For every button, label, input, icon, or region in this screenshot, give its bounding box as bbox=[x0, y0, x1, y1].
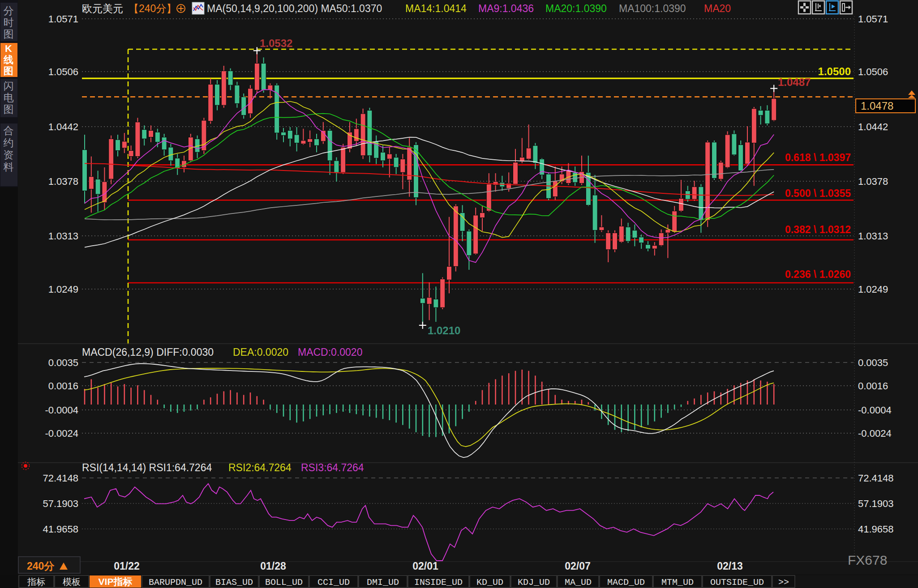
svg-text:模板: 模板 bbox=[63, 577, 81, 587]
svg-text:KDJ_UD: KDJ_UD bbox=[518, 577, 550, 588]
svg-text:41.9658: 41.9658 bbox=[43, 524, 78, 535]
svg-text:01/28: 01/28 bbox=[260, 560, 286, 572]
svg-text:1.0210: 1.0210 bbox=[428, 324, 460, 337]
svg-text:VIP指标: VIP指标 bbox=[99, 576, 133, 587]
svg-text:RSI(14,14,14) RSI1:64.7264: RSI(14,14,14) RSI1:64.7264 bbox=[82, 462, 212, 473]
svg-text:0.0016: 0.0016 bbox=[858, 380, 888, 392]
svg-text:KD_UD: KD_UD bbox=[476, 577, 503, 588]
svg-text:图: 图 bbox=[4, 65, 13, 77]
svg-text:MA9:1.0436: MA9:1.0436 bbox=[478, 3, 534, 14]
svg-text:0.236 \ 1.0260: 0.236 \ 1.0260 bbox=[785, 268, 851, 280]
svg-text:1.0478: 1.0478 bbox=[861, 100, 893, 112]
svg-text:闪: 闪 bbox=[4, 80, 14, 92]
svg-text:MACD:0.0020: MACD:0.0020 bbox=[298, 346, 362, 358]
svg-text:BIAS_UD: BIAS_UD bbox=[215, 577, 253, 588]
svg-text:0.0035: 0.0035 bbox=[48, 357, 78, 368]
svg-text:【240分】: 【240分】 bbox=[129, 3, 176, 14]
svg-text:1.0249: 1.0249 bbox=[48, 284, 78, 295]
svg-text:0.0035: 0.0035 bbox=[858, 357, 888, 368]
svg-text:240分: 240分 bbox=[27, 560, 55, 572]
svg-text:01/22: 01/22 bbox=[114, 560, 140, 572]
svg-text:线: 线 bbox=[3, 54, 13, 65]
svg-text:1.0571: 1.0571 bbox=[858, 13, 888, 25]
svg-text:MA14:1.0414: MA14:1.0414 bbox=[405, 3, 467, 14]
svg-text:1.0442: 1.0442 bbox=[858, 121, 888, 132]
svg-text:-0.0024: -0.0024 bbox=[45, 428, 78, 439]
svg-text:MA20:1.0390: MA20:1.0390 bbox=[545, 3, 607, 14]
svg-text:72.4148: 72.4148 bbox=[43, 473, 78, 484]
svg-text:INSIDE_UD: INSIDE_UD bbox=[414, 577, 463, 588]
svg-text:BARUPDN_UD: BARUPDN_UD bbox=[149, 577, 202, 588]
svg-text:指标: 指标 bbox=[27, 577, 45, 587]
svg-text:02/01: 02/01 bbox=[412, 560, 438, 572]
svg-text:1.0500: 1.0500 bbox=[818, 65, 851, 77]
svg-text:RSI3:64.7264: RSI3:64.7264 bbox=[301, 462, 364, 473]
svg-text:1.0313: 1.0313 bbox=[48, 230, 78, 242]
svg-text:0.0016: 0.0016 bbox=[48, 380, 78, 392]
svg-text:MA20: MA20 bbox=[704, 3, 731, 14]
svg-text:1.0571: 1.0571 bbox=[48, 13, 78, 25]
svg-text:MACD(26,12,9) DIFF:0.0030: MACD(26,12,9) DIFF:0.0030 bbox=[82, 346, 214, 358]
svg-text:CCI_UD: CCI_UD bbox=[317, 577, 350, 588]
svg-text:0.618 \ 1.0397: 0.618 \ 1.0397 bbox=[785, 152, 851, 163]
svg-text:-0.0004: -0.0004 bbox=[858, 405, 892, 416]
svg-text:72.4148: 72.4148 bbox=[858, 473, 894, 484]
svg-text:时: 时 bbox=[4, 17, 14, 28]
svg-text:>>: >> bbox=[778, 577, 789, 588]
svg-text:MACD_UD: MACD_UD bbox=[607, 577, 645, 588]
svg-text:1.0442: 1.0442 bbox=[48, 121, 78, 132]
svg-text:资: 资 bbox=[4, 149, 14, 161]
svg-text:0.500 \ 1.0355: 0.500 \ 1.0355 bbox=[785, 187, 851, 199]
svg-text:RSI2:64.7264: RSI2:64.7264 bbox=[228, 462, 292, 473]
svg-text:BOLL_UD: BOLL_UD bbox=[265, 577, 303, 588]
svg-text:FX678: FX678 bbox=[848, 553, 887, 567]
svg-text:1.0249: 1.0249 bbox=[858, 284, 888, 295]
svg-text:57.1903: 57.1903 bbox=[43, 498, 78, 509]
svg-text:图: 图 bbox=[4, 28, 14, 40]
svg-text:电: 电 bbox=[4, 92, 14, 103]
svg-text:0.382 \ 1.0312: 0.382 \ 1.0312 bbox=[785, 224, 851, 235]
svg-text:02/13: 02/13 bbox=[717, 560, 743, 572]
svg-text:-0.0024: -0.0024 bbox=[858, 428, 892, 439]
svg-text:MA100:1.0390: MA100:1.0390 bbox=[619, 3, 686, 14]
svg-text:1.0313: 1.0313 bbox=[858, 230, 888, 242]
svg-text:MA(50,14,9,20,100,200) MA50:1.: MA(50,14,9,20,100,200) MA50:1.0370 bbox=[207, 3, 382, 14]
svg-text:欧元美元: 欧元美元 bbox=[82, 3, 123, 14]
svg-text:DMI_UD: DMI_UD bbox=[367, 577, 399, 588]
svg-text:合: 合 bbox=[4, 125, 14, 136]
svg-text:料: 料 bbox=[4, 161, 14, 173]
svg-text:1.0532: 1.0532 bbox=[260, 37, 292, 49]
svg-text:MTM_UD: MTM_UD bbox=[661, 577, 694, 588]
svg-text:约: 约 bbox=[4, 137, 14, 149]
svg-text:图: 图 bbox=[4, 103, 14, 115]
svg-text:K: K bbox=[5, 43, 12, 54]
svg-text:OUTSIDE_UD: OUTSIDE_UD bbox=[710, 577, 764, 588]
svg-text:DEA:0.0020: DEA:0.0020 bbox=[233, 346, 288, 358]
svg-text:1.0487: 1.0487 bbox=[778, 76, 811, 88]
svg-text:-0.0004: -0.0004 bbox=[45, 405, 78, 416]
svg-text:1.0506: 1.0506 bbox=[858, 66, 888, 77]
svg-text:57.1903: 57.1903 bbox=[858, 498, 894, 509]
svg-text:02/07: 02/07 bbox=[565, 560, 591, 572]
svg-text:1.0378: 1.0378 bbox=[48, 176, 78, 187]
svg-text:41.9658: 41.9658 bbox=[858, 524, 894, 535]
svg-text:1.0506: 1.0506 bbox=[48, 66, 78, 77]
svg-text:分: 分 bbox=[4, 5, 14, 17]
svg-text:MA_UD: MA_UD bbox=[565, 577, 592, 588]
svg-text:1.0378: 1.0378 bbox=[858, 176, 888, 187]
